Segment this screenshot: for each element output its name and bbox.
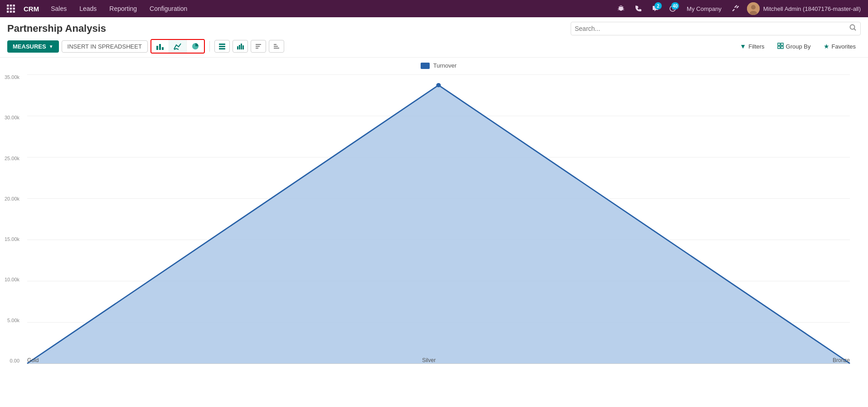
filter-icon: ▼	[740, 43, 746, 50]
y-label-25k: 25.00k	[5, 156, 19, 161]
chat-badge: 2	[655, 2, 662, 10]
nav-right: 2 40 My Company Mitchell Admin (18407176…	[613, 1, 864, 16]
search-input[interactable]	[575, 25, 849, 32]
groupby-button[interactable]: Group By	[772, 40, 816, 53]
user-name[interactable]: Mitchell Admin (18407176-master-all)	[763, 5, 864, 12]
svg-rect-34	[781, 46, 783, 49]
top-nav: CRM Sales Leads Reporting Configuration …	[0, 0, 868, 17]
toolbar-separator-1	[209, 41, 210, 52]
svg-point-37	[436, 83, 441, 87]
chart-container: Turnover 35.00k 30.00k 25.00k 20.00k 15.…	[0, 58, 868, 401]
toolbar: MEASURES ▼ INSERT IN SPREADSHEET	[0, 35, 868, 58]
svg-point-11	[751, 5, 756, 10]
bars-view-button[interactable]	[233, 40, 248, 53]
phone-icon-btn[interactable]	[630, 1, 646, 16]
ascending-sort-button[interactable]	[251, 40, 266, 53]
svg-rect-18	[219, 44, 225, 45]
y-label-20k: 20.00k	[5, 196, 19, 201]
groupby-icon	[777, 43, 784, 50]
svg-rect-22	[239, 45, 240, 49]
page-header: Partnership Analysis	[0, 17, 868, 35]
stack-view-button[interactable]	[214, 40, 230, 53]
chart-plot: Gold Silver Bronze	[27, 74, 850, 363]
svg-marker-36	[27, 85, 850, 363]
svg-rect-2	[13, 5, 15, 7]
x-label-bronze: Bronze	[833, 357, 850, 363]
svg-rect-23	[241, 44, 242, 49]
y-label-30k: 30.00k	[5, 115, 19, 120]
chart-type-group	[150, 39, 205, 54]
grid-icon[interactable]	[4, 0, 18, 17]
svg-rect-8	[13, 11, 15, 13]
svg-rect-1	[10, 5, 12, 7]
svg-rect-24	[242, 45, 244, 49]
svg-rect-32	[781, 43, 783, 45]
descending-sort-button[interactable]	[269, 40, 284, 53]
chart-svg	[27, 74, 850, 363]
svg-rect-20	[219, 48, 225, 49]
svg-rect-0	[7, 5, 9, 7]
y-label-0: 0.00	[10, 358, 19, 363]
nav-menu: Sales Leads Reporting Configuration	[44, 0, 194, 17]
svg-rect-15	[156, 46, 158, 50]
tools-icon-btn[interactable]	[728, 1, 743, 16]
favorites-icon: ★	[824, 43, 829, 50]
svg-rect-33	[778, 46, 780, 49]
svg-rect-7	[10, 11, 12, 13]
svg-rect-6	[7, 11, 9, 13]
svg-rect-16	[159, 44, 161, 50]
chat-icon-btn[interactable]: 2	[648, 1, 663, 16]
chart-legend: Turnover	[27, 62, 850, 69]
clock-icon-btn[interactable]: 40	[665, 1, 680, 16]
search-bar	[571, 22, 861, 35]
y-label-5k: 5.00k	[7, 318, 19, 323]
x-label-silver: Silver	[422, 357, 436, 363]
svg-rect-4	[10, 8, 12, 10]
y-label-35k: 35.00k	[5, 74, 19, 80]
clock-badge: 40	[671, 2, 679, 10]
pie-chart-button[interactable]	[187, 40, 204, 53]
favorites-button[interactable]: ★ Favorites	[819, 40, 861, 53]
y-label-10k: 10.00k	[5, 277, 19, 282]
page-title: Partnership Analysis	[7, 23, 106, 34]
nav-leads[interactable]: Leads	[73, 0, 103, 17]
svg-line-14	[854, 29, 856, 31]
x-label-gold: Gold	[27, 357, 39, 363]
y-label-15k: 15.00k	[5, 236, 19, 242]
avatar[interactable]	[747, 2, 760, 15]
svg-rect-17	[162, 47, 164, 50]
line-chart-button[interactable]	[169, 40, 187, 53]
nav-configuration[interactable]: Configuration	[143, 0, 194, 17]
legend-color	[421, 63, 430, 69]
search-icon[interactable]	[849, 24, 857, 33]
x-labels: Gold Silver Bronze	[27, 357, 850, 363]
chart-area: 35.00k 30.00k 25.00k 20.00k 15.00k 10.00…	[27, 74, 850, 377]
legend-label: Turnover	[433, 62, 457, 69]
svg-rect-5	[13, 8, 15, 10]
insert-spreadsheet-button[interactable]: INSERT IN SPREADSHEET	[62, 40, 148, 53]
y-axis: 35.00k 30.00k 25.00k 20.00k 15.00k 10.00…	[5, 74, 19, 363]
svg-rect-3	[7, 8, 9, 10]
nav-reporting[interactable]: Reporting	[103, 0, 143, 17]
svg-point-13	[850, 25, 855, 29]
svg-rect-31	[778, 43, 780, 45]
bug-icon-btn[interactable]	[613, 1, 629, 16]
measures-button[interactable]: MEASURES ▼	[7, 40, 59, 53]
app-name[interactable]: CRM	[18, 5, 44, 13]
nav-sales[interactable]: Sales	[44, 0, 73, 17]
filters-button[interactable]: ▼ Filters	[735, 40, 769, 53]
svg-rect-21	[237, 46, 238, 49]
svg-rect-19	[219, 46, 225, 47]
measures-arrow: ▼	[49, 44, 53, 49]
bar-chart-button[interactable]	[151, 40, 169, 53]
company-name[interactable]: My Company	[682, 5, 726, 12]
